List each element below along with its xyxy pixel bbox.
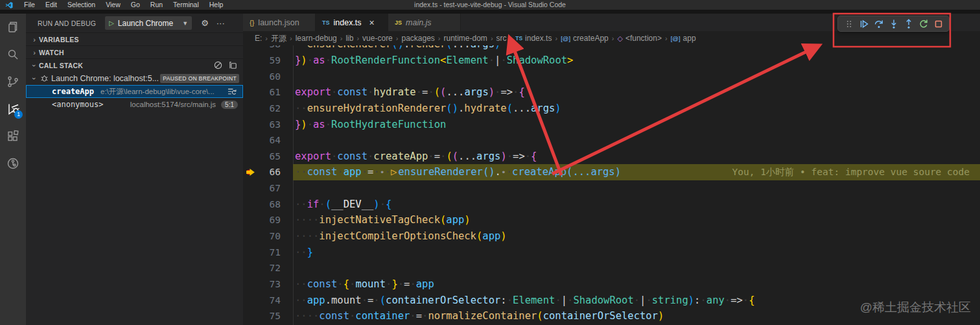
line-number: 65 — [257, 151, 281, 162]
breadcrumb-item[interactable]: ◇<function> — [617, 34, 662, 43]
restart-frame-icon[interactable] — [228, 88, 237, 96]
code-line-72[interactable]: 72 — [243, 260, 980, 276]
launch-config-dropdown[interactable]: ▷ Launch Chrome ▼ — [105, 16, 192, 30]
more-actions-icon[interactable]: ··· — [213, 18, 229, 28]
token: · — [507, 295, 513, 306]
watch-label: WATCH — [39, 49, 64, 56]
token: · — [307, 54, 313, 66]
line-number: 69 — [257, 215, 281, 225]
breadcrumb-item[interactable]: packages — [401, 34, 434, 43]
menu-go[interactable]: Go — [126, 0, 145, 10]
gear-icon[interactable]: ⚙ — [197, 18, 213, 28]
tab-main.js[interactable]: JSmain.js — [388, 14, 461, 31]
copy-call-stack-icon[interactable] — [228, 60, 238, 70]
menu-edit[interactable]: Edit — [40, 0, 62, 10]
breadcrumb-label: lib — [345, 34, 353, 43]
menu-help[interactable]: Help — [204, 0, 229, 10]
code-line-66[interactable]: 66··const·app·=·•·▷ensureRenderer().•·cr… — [243, 164, 980, 180]
token: · — [634, 295, 640, 306]
token: · — [349, 278, 355, 290]
source-control-icon[interactable] — [0, 68, 26, 95]
token: = — [422, 86, 428, 98]
remote-explorer-icon[interactable] — [0, 150, 26, 177]
token: · — [368, 150, 373, 162]
breadcrumb-item[interactable]: lib — [345, 34, 353, 43]
extensions-icon[interactable] — [0, 123, 26, 150]
breadcrumb-item[interactable]: learn-debug — [296, 34, 337, 43]
code-line-71[interactable]: 71··} — [243, 244, 980, 260]
menu-selection[interactable]: Selection — [62, 0, 100, 10]
chevron-down-icon: ▼ — [182, 20, 188, 27]
token: > — [567, 54, 573, 66]
token: · — [319, 199, 325, 210]
tab-index.ts[interactable]: TSindex.ts× — [316, 14, 388, 31]
step-over-icon[interactable] — [871, 17, 886, 31]
token: = — [416, 310, 422, 322]
step-into-icon[interactable] — [886, 17, 901, 31]
paused-breakpoint-icon[interactable] — [243, 167, 257, 178]
menu-file[interactable]: File — [19, 0, 40, 10]
search-icon[interactable] — [0, 41, 26, 68]
code-line-60[interactable]: 60 — [243, 68, 980, 84]
code-line-70[interactable]: 70····injectCompilerOptionsCheck(app) — [243, 228, 980, 245]
code-line-68[interactable]: 68··if·(__DEV__)·{ — [243, 196, 980, 212]
menu-run[interactable]: Run — [145, 0, 168, 10]
explorer-icon[interactable] — [0, 14, 26, 41]
frame-name: createApp — [52, 87, 94, 96]
token: · — [331, 86, 337, 98]
menu-view[interactable]: View — [100, 0, 126, 10]
pause-on-exceptions-icon[interactable] — [213, 60, 223, 70]
code-text: ··} — [295, 247, 313, 258]
close-icon[interactable]: × — [369, 19, 375, 27]
breadcrumb-label: app — [683, 34, 696, 43]
callstack-frame[interactable]: <anonymous>localhost:5174/src/main.js5:1 — [26, 98, 243, 111]
step-out-icon[interactable] — [901, 17, 916, 31]
call-stack-section-header[interactable]: › CALL STACK — [26, 58, 243, 71]
breadcrumb-item[interactable]: E: — [255, 34, 262, 43]
token: .mount — [325, 295, 362, 306]
breadcrumb-item[interactable]: src — [496, 34, 507, 43]
token: createApp — [373, 150, 428, 162]
frame-source: localhost:5174/src/main.js — [110, 101, 216, 108]
stop-icon[interactable] — [931, 17, 946, 31]
menu-terminal[interactable]: Terminal — [168, 0, 204, 10]
code-line-61[interactable]: 61export·const·hydrate·=·((...args)·=>·{ — [243, 84, 980, 101]
code-line-69[interactable]: 69····injectNativeTagCheck(app) — [243, 212, 980, 228]
token: ) — [658, 310, 664, 322]
code-line-62[interactable]: 62··ensureHydrationRenderer().hydrate(..… — [243, 101, 980, 117]
run-and-debug-icon[interactable]: 1 — [0, 95, 26, 123]
token: ·· — [295, 199, 307, 210]
code-line-64[interactable]: 64 — [243, 132, 980, 149]
code-line-63[interactable]: 63})·as·RootHydrateFunction — [243, 116, 980, 132]
breadcrumb-item[interactable]: 开源 — [271, 33, 286, 44]
continue-icon[interactable] — [856, 17, 871, 31]
code-line-65[interactable]: 65export·const·createApp·=·((...args)·=>… — [243, 148, 980, 164]
token: { — [344, 278, 349, 290]
breadcrumb-item[interactable]: [@]app — [671, 34, 696, 43]
breadcrumb-item[interactable]: TSindex.ts — [515, 34, 552, 43]
token: ) — [301, 119, 307, 130]
breadcrumb-item[interactable]: runtime-dom — [444, 34, 487, 43]
code-text: ··const·app·=·•·▷ensureRenderer().•·crea… — [295, 166, 621, 178]
code-line-73[interactable]: 73··const·{·mount·}·=·app — [243, 276, 980, 293]
tab-launch.json[interactable]: {}launch.json — [243, 14, 316, 31]
restart-icon[interactable] — [916, 17, 931, 31]
breadcrumb-item[interactable]: [@]createApp — [561, 34, 609, 43]
breadcrumb-label: src — [496, 34, 507, 43]
token: = — [434, 150, 440, 162]
watch-section-header[interactable]: › WATCH — [26, 45, 243, 58]
token: · — [743, 295, 749, 306]
code-line-59[interactable]: 59})·as·RootRenderFunction<Element·|·Sha… — [243, 53, 980, 69]
token: · — [410, 310, 415, 322]
callstack-frame[interactable]: createAppe:\开源\learn-debug\lib\vue-core\… — [26, 85, 243, 98]
code-line-67[interactable]: 67 — [243, 180, 980, 197]
toolbar-gripper-icon[interactable] — [841, 17, 856, 31]
line-number: 70 — [257, 231, 281, 241]
breadcrumb-item[interactable]: vue-core — [362, 34, 393, 43]
token: Element — [446, 54, 488, 66]
token: const — [307, 278, 338, 290]
token: ·· — [295, 247, 307, 258]
debug-session-row[interactable]: › Launch Chrome: localhost:5... PAUSED O… — [26, 71, 243, 85]
token: ( — [440, 86, 446, 98]
variables-section-header[interactable]: › VARIABLES — [26, 32, 243, 45]
